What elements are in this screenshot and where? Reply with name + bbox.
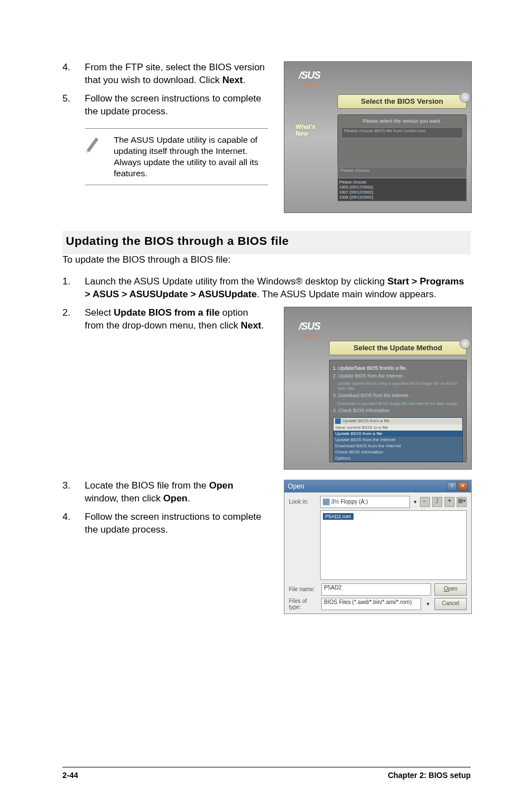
step-text: Locate the BIOS file from the Open windo… — [85, 480, 268, 505]
intro-text: To update the BIOS through a BIOS file: — [62, 254, 471, 265]
update-label: Update — [299, 333, 318, 339]
mid-steps-list-2: 2. Select Update BIOS from a file option… — [62, 307, 268, 332]
file-list-pane[interactable]: P5AD2.rom — [320, 510, 467, 580]
banner-title: Select the BIOS Version — [337, 94, 467, 109]
step-number: 2. — [62, 307, 72, 332]
filename-input[interactable]: P5AD2 — [321, 583, 431, 596]
dialog-titlebar: Open ? ✕ — [284, 480, 471, 492]
help-icon[interactable]: ? — [447, 482, 457, 491]
mid-steps-list: 1. Launch the ASUS Update utility from t… — [62, 276, 471, 301]
lookin-label: Look in: — [289, 499, 318, 505]
floppy-icon — [323, 499, 330, 505]
step-number: 1. — [62, 276, 72, 301]
info-icon — [460, 338, 471, 349]
step-number: 3. — [62, 480, 72, 505]
back-icon[interactable]: ← — [420, 497, 430, 507]
bottom-steps-list: 3. Locate the BIOS file from the Open wi… — [62, 480, 268, 537]
step-number: 5. — [62, 93, 72, 118]
dropdown-arrow-icon[interactable]: ▾ — [424, 601, 431, 607]
method-panel: 1. Update/Save BIOS from/to a file. 2. U… — [329, 360, 467, 462]
step-text: Follow the screen instructions to comple… — [85, 93, 268, 118]
step-text: Launch the ASUS Update utility from the … — [85, 276, 471, 301]
step-text: From the FTP site, select the BIOS versi… — [85, 61, 268, 87]
whats-new-label: What's New — [296, 123, 316, 137]
open-dialog: Open ? ✕ Look in: 3½ Floppy (A:) ▾ — [284, 480, 472, 614]
step-number: 4. — [62, 511, 72, 537]
asus-logo: /SUS — [299, 70, 320, 81]
views-icon[interactable]: ▦▾ — [457, 497, 467, 507]
asus-logo: /SUS — [299, 321, 320, 332]
choose-dropdown[interactable]: Please choose — [337, 167, 467, 178]
screenshot-select-update-method: /SUS Update Select the Update Method 1. … — [284, 307, 472, 470]
filename-label: File name: — [289, 586, 318, 592]
filetype-select[interactable]: BIOS Files (*.awd/*.bin/*.ami/*.rom) — [321, 598, 421, 610]
banner-title: Select the Update Method — [329, 341, 467, 355]
step-text: Select Update BIOS from a file option fr… — [85, 307, 268, 332]
page-footer: 2-44 Chapter 2: BIOS setup — [62, 767, 471, 780]
section-heading: Updating the BIOS through a BIOS file — [66, 234, 467, 248]
file-item[interactable]: P5AD2.rom — [323, 513, 354, 520]
pencil-icon — [85, 134, 101, 153]
up-icon[interactable]: ⮥ — [432, 497, 442, 507]
lookin-field[interactable]: 3½ Floppy (A:) — [320, 496, 410, 508]
chapter-title: Chapter 2: BIOS setup — [388, 771, 471, 780]
cancel-button[interactable]: Cancel — [434, 598, 467, 610]
update-label: Update — [299, 82, 318, 88]
filetype-label: Files of type: — [289, 598, 318, 610]
top-steps-list: 4. From the FTP site, select the BIOS ve… — [62, 61, 268, 118]
note-text: The ASUS Update utility is capable of up… — [114, 134, 268, 180]
combo-box[interactable]: Please choose BIOS file from combo box. — [341, 127, 463, 138]
dropdown-items[interactable]: Please choose 1005 (05/17/2002) 1007 (09… — [337, 178, 467, 201]
new-folder-icon[interactable]: ✦ — [444, 497, 454, 507]
screenshot-select-bios-version: /SUS Update Select the BIOS Version Plea… — [284, 61, 472, 213]
step-text: Follow the screen instructions to comple… — [85, 511, 268, 537]
note-box: The ASUS Update utility is capable of up… — [85, 128, 268, 186]
dropdown-arrow-icon[interactable]: ▾ — [412, 499, 418, 505]
info-icon — [460, 91, 471, 103]
page-number: 2-44 — [62, 771, 78, 780]
step-number: 4. — [62, 61, 72, 87]
close-icon[interactable]: ✕ — [458, 482, 468, 491]
method-dropdown[interactable]: Update BIOS from a file Save current BIO… — [333, 417, 463, 462]
dialog-title: Open — [288, 482, 304, 490]
open-button[interactable]: Open — [434, 583, 467, 596]
